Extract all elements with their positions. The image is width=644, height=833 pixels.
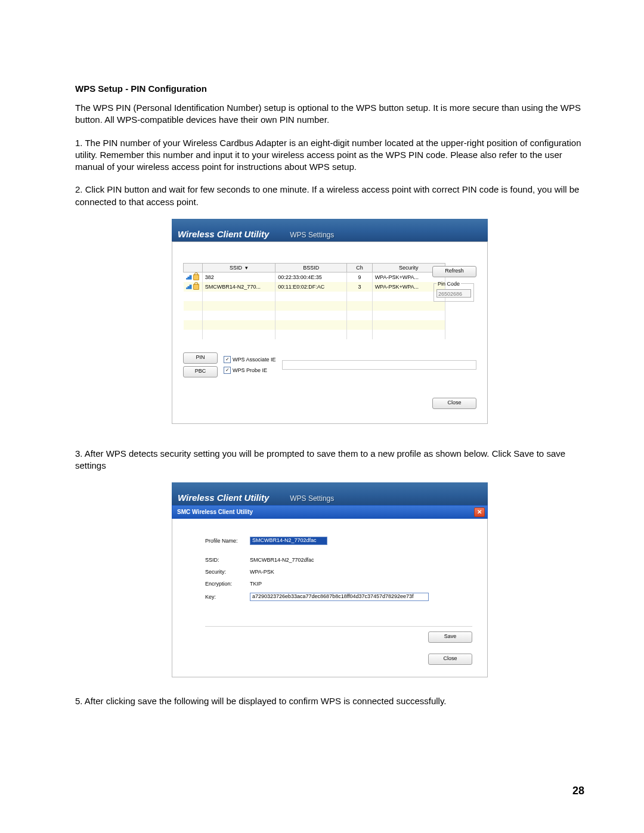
- profile-name-field[interactable]: SMCWBR14-N2_7702dfac: [250, 537, 327, 545]
- wps-probe-checkbox[interactable]: ✓WPS Probe IE: [224, 367, 276, 374]
- ssid-label: SSID:: [205, 557, 250, 563]
- lock-icon: [193, 274, 199, 280]
- table-row: [184, 292, 445, 301]
- col-ch[interactable]: Ch: [347, 263, 372, 272]
- app-header: Wireless Client Utility WPS Settings: [172, 482, 488, 505]
- col-bssid[interactable]: BSSID: [275, 263, 347, 272]
- table-row[interactable]: 382 00:22:33:00:4E:35 9 WPA-PSK+WPA...: [184, 272, 445, 282]
- signal-icon: [186, 284, 192, 289]
- page-number: 28: [572, 785, 584, 797]
- pbc-button[interactable]: PBC: [183, 366, 218, 377]
- encryption-value: TKIP: [250, 581, 262, 587]
- close-button[interactable]: Close: [428, 654, 472, 665]
- paragraph-step2: 2. Click PIN button and wait for few sec…: [75, 184, 584, 208]
- paragraph-intro: The WPS PIN (Personal Identification Num…: [75, 102, 584, 126]
- paragraph-step1: 1. The PIN number of your Wireless Cardb…: [75, 137, 584, 174]
- save-button[interactable]: Save: [428, 631, 472, 643]
- screenshot-save-profile: Wireless Client Utility WPS Settings SMC…: [172, 482, 488, 677]
- pin-code-group: Pin Code 26502686: [434, 281, 474, 302]
- dialog-title: SMC Wireless Client Utility: [177, 509, 253, 515]
- pin-code-field[interactable]: 26502686: [436, 289, 471, 298]
- section-heading: WPS Setup - PIN Configuration: [75, 83, 584, 94]
- security-label: Security:: [205, 569, 250, 575]
- dialog-titlebar: SMC Wireless Client Utility ✕: [172, 505, 488, 519]
- app-subtitle: WPS Settings: [290, 231, 334, 239]
- paragraph-step5: 5. After clicking save the following wil…: [75, 695, 584, 707]
- col-ssid[interactable]: SSID ▾: [202, 263, 275, 272]
- encryption-label: Encryption:: [205, 581, 250, 587]
- close-button[interactable]: Close: [432, 398, 476, 409]
- table-row[interactable]: SMCWBR14-N2_770... 00:11:E0:02:DF:AC 3 W…: [184, 282, 445, 292]
- security-value: WPA-PSK: [250, 569, 274, 575]
- status-field: [282, 360, 476, 370]
- pin-button[interactable]: PIN: [183, 352, 218, 364]
- table-row: [184, 301, 445, 311]
- table-row: [184, 320, 445, 330]
- app-header: Wireless Client Utility WPS Settings: [172, 219, 488, 241]
- app-subtitle: WPS Settings: [290, 494, 334, 503]
- refresh-button[interactable]: Refresh: [432, 266, 476, 277]
- key-label: Key:: [205, 594, 250, 600]
- wps-ap-table: SSID ▾ BSSID Ch Security 382 00:22:33:00…: [183, 263, 445, 339]
- key-field[interactable]: a7290323726eb33aca77dec8687b8c18ff04d37c…: [250, 593, 429, 601]
- app-title: Wireless Client Utility: [178, 229, 269, 239]
- col-icon: [184, 263, 203, 272]
- table-row: [184, 311, 445, 320]
- signal-icon: [186, 275, 192, 280]
- app-title: Wireless Client Utility: [178, 493, 269, 503]
- screenshot-wps-settings: Wireless Client Utility WPS Settings SSI…: [172, 219, 488, 424]
- table-row: [184, 330, 445, 339]
- paragraph-step3: 3. After WPS detects security setting yo…: [75, 448, 584, 472]
- wps-associate-checkbox[interactable]: ✓WPS Associate IE: [224, 356, 276, 363]
- close-icon[interactable]: ✕: [474, 507, 485, 517]
- lock-icon: [193, 284, 199, 290]
- pin-code-legend: Pin Code: [436, 281, 461, 287]
- profile-name-label: Profile Name:: [205, 538, 250, 544]
- ssid-value: SMCWBR14-N2_7702dfac: [250, 557, 314, 563]
